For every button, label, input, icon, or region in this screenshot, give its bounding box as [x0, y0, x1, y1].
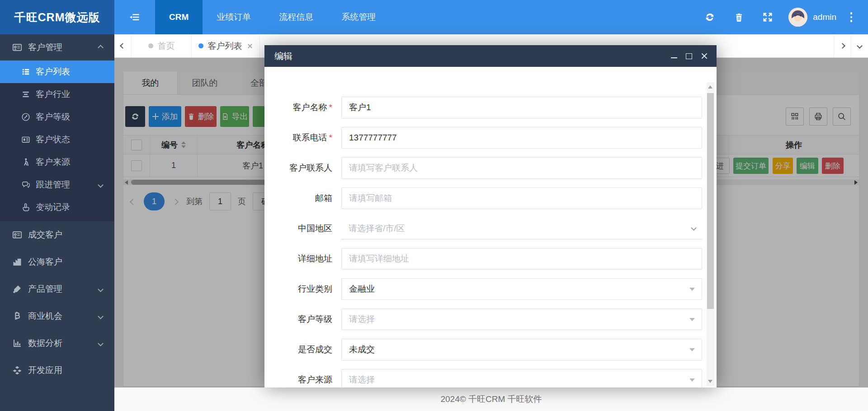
sidebar-item-label: 客户管理 — [28, 42, 62, 53]
dialog-title: 编辑 — [274, 50, 292, 62]
scroll-up-arrow-icon[interactable] — [708, 85, 712, 89]
kebab-icon — [850, 12, 853, 14]
scroll-down-arrow-icon[interactable] — [708, 380, 712, 383]
tabs-scroll-right-button[interactable] — [834, 34, 851, 57]
sidebar-item-label: 成交客户 — [28, 229, 62, 241]
sidebar-item-public-customers[interactable]: 公海客户 — [0, 248, 114, 276]
more-menu-button[interactable] — [841, 0, 862, 34]
maximize-button[interactable] — [686, 53, 692, 59]
field-label: 客户名称* — [274, 97, 332, 118]
nav-item-system[interactable]: 系统管理 — [327, 0, 390, 34]
chevron-down-icon — [98, 286, 104, 292]
refresh-button[interactable] — [695, 0, 724, 34]
industry-select[interactable]: 金融业 — [341, 278, 702, 300]
gauge-icon — [21, 112, 30, 121]
caret-down-icon — [689, 348, 695, 351]
trash-icon — [734, 13, 744, 22]
sidebar-item-customer-management[interactable]: 客户管理 — [0, 34, 114, 61]
edit-dialog: 编辑 客户名称* 联系电话* 客户联系人 — [264, 45, 717, 388]
address-input[interactable] — [341, 248, 702, 270]
sidebar-item-dev-apps[interactable]: 开发应用 — [0, 357, 114, 384]
field-label: 客户等级 — [274, 308, 332, 330]
fullscreen-icon — [763, 12, 773, 22]
form-row: 是否成交 未成交 — [274, 339, 705, 360]
nav-item-process[interactable]: 流程信息 — [265, 0, 327, 34]
customer-name-input[interactable] — [341, 97, 702, 118]
field-label: 中国地区 — [274, 218, 332, 239]
tabs-menu-button[interactable] — [851, 34, 868, 57]
sidebar-item-customer-source[interactable]: 客户来源 — [0, 151, 114, 173]
source-select[interactable]: 请选择 — [341, 369, 702, 388]
bar-chart-icon — [12, 338, 22, 348]
clear-cache-button[interactable] — [724, 0, 753, 34]
field-label: 客户来源 — [274, 369, 332, 388]
tab-home[interactable]: 首页 — [132, 34, 191, 57]
sidebar-item-customer-level[interactable]: 客户等级 — [0, 106, 114, 128]
fullscreen-button[interactable] — [753, 0, 782, 34]
factory-chart-icon — [12, 257, 22, 267]
sidebar-item-label: 客户状态 — [36, 134, 70, 145]
sidebar-item-change-log[interactable]: 变动记录 — [0, 196, 114, 219]
contact-person-input[interactable] — [341, 157, 702, 179]
nav-item-orders[interactable]: 业绩订单 — [203, 0, 265, 34]
sidebar-toggle-button[interactable] — [114, 0, 155, 34]
email-input[interactable] — [341, 187, 702, 209]
form-row: 客户名称* — [274, 97, 705, 118]
walking-person-icon — [21, 158, 30, 167]
sidebar-item-product-management[interactable]: 产品管理 — [0, 276, 114, 303]
bitcoin-icon — [12, 311, 22, 321]
tab-dot-icon — [148, 43, 153, 48]
form-row: 联系电话* — [274, 127, 705, 149]
sidebar-item-data-analysis[interactable]: 数据分析 — [0, 330, 114, 357]
edit-form: 客户名称* 联系电话* 客户联系人 邮箱 中国地区 — [264, 67, 705, 388]
sidebar-item-label: 变动记录 — [36, 201, 70, 213]
close-tab-icon[interactable] — [247, 43, 253, 49]
close-button[interactable] — [700, 52, 708, 60]
field-label: 详细地址 — [274, 248, 332, 270]
footer-text: 2024© 千旺CRM 千旺软件 — [440, 393, 542, 405]
sidebar-item-follow-up[interactable]: 跟进管理 — [0, 173, 114, 196]
dialog-titlebar[interactable]: 编辑 — [264, 45, 717, 67]
sidebar-item-label: 开发应用 — [28, 364, 62, 376]
dialog-scrollbar-thumb[interactable] — [707, 93, 714, 309]
sidebar-item-closed-customers[interactable]: 成交客户 — [0, 221, 114, 248]
comments-icon — [21, 180, 30, 189]
app-logo: 千旺CRM微远版 — [0, 0, 114, 34]
top-navbar: 千旺CRM微远版 CRM 业绩订单 流程信息 系统管理 — [0, 0, 868, 34]
region-cascader[interactable]: 请选择省/市/区 — [341, 218, 702, 239]
tab-dot-icon — [198, 43, 203, 48]
nav-item-crm[interactable]: CRM — [155, 0, 203, 34]
minimize-button[interactable] — [670, 52, 678, 60]
deal-status-select[interactable]: 未成交 — [341, 339, 702, 360]
chevron-down-icon — [98, 313, 104, 319]
cubes-icon — [12, 365, 22, 375]
sidebar: 客户管理 客户列表 客户行业 客户等级 客户状态 客户来源 — [0, 34, 114, 411]
sidebar-item-label: 跟进管理 — [36, 179, 70, 191]
sidebar-item-customer-list[interactable]: 客户列表 — [0, 61, 114, 83]
sidebar-item-label: 商业机会 — [28, 310, 62, 322]
field-label: 邮箱 — [274, 187, 332, 209]
level-select[interactable]: 请选择 — [341, 308, 702, 330]
sidebar-item-label: 客户等级 — [36, 111, 70, 123]
dialog-scrollbar — [707, 82, 714, 386]
user-menu[interactable]: admin — [788, 8, 841, 27]
sidebar-item-label: 公海客户 — [28, 256, 62, 268]
phone-input[interactable] — [341, 127, 702, 149]
chevron-down-icon — [691, 225, 697, 231]
field-label: 客户联系人 — [274, 157, 332, 179]
tabs-scroll-left-button[interactable] — [114, 34, 132, 57]
field-label: 是否成交 — [274, 339, 332, 360]
sidebar-item-customer-industry[interactable]: 客户行业 — [0, 83, 114, 106]
sidebar-item-business-opportunity[interactable]: 商业机会 — [0, 303, 114, 330]
brush-icon — [12, 284, 22, 294]
main-menu: CRM 业绩订单 流程信息 系统管理 — [155, 0, 390, 34]
chevron-left-icon — [120, 43, 126, 49]
sidebar-item-customer-status[interactable]: 客户状态 — [0, 128, 114, 151]
form-row: 客户联系人 — [274, 157, 705, 179]
tab-label: 首页 — [158, 40, 175, 52]
chevron-down-icon — [98, 182, 104, 188]
tab-customer-list[interactable]: 客户列表 — [191, 34, 260, 57]
chevron-up-icon — [98, 45, 104, 51]
hand-pointer-icon — [21, 203, 30, 212]
caret-down-icon — [689, 318, 695, 321]
